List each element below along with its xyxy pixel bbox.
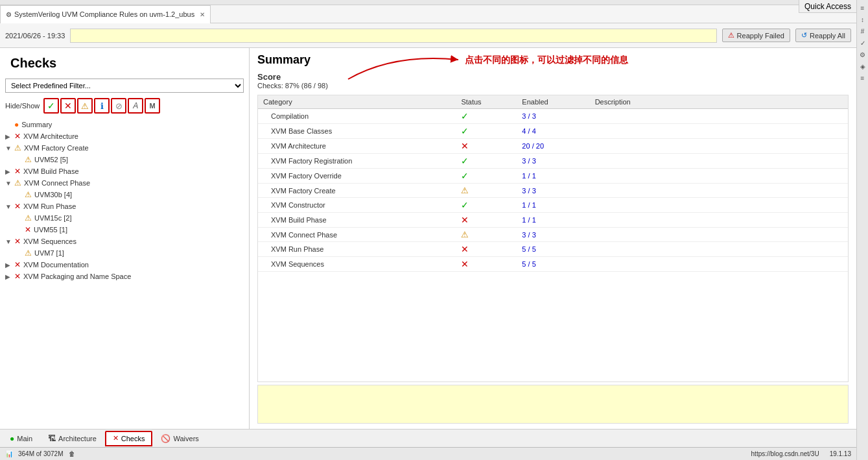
reapply-all-icon: ↺: [801, 31, 807, 40]
sidebar-icon-menu[interactable]: ≡: [858, 73, 868, 83]
cell-enabled: 1 / 1: [517, 198, 589, 213]
table-row[interactable]: Compilation✓3 / 3: [258, 109, 848, 124]
tab-waivers-label: Waivers: [173, 435, 198, 442]
status-icon-sequences: ✕: [14, 237, 21, 246]
tree-label-packaging: XVM Packaging and Name Space: [23, 272, 131, 280]
url-text: https://blog.csdn.net/3U: [751, 450, 819, 457]
bottom-tab-bar: ● Main 🏗 Architecture ✕ Checks 🚫 Waivers: [0, 429, 856, 447]
tab-architecture[interactable]: 🏗 Architecture: [41, 431, 104, 446]
reapply-all-button[interactable]: ↺ Reapply All: [795, 29, 851, 42]
table-row[interactable]: XVM Factory Override✓1 / 1: [258, 169, 848, 184]
tree-label-run: XVM Run Phase: [23, 202, 76, 210]
tree-label-docs: XVM Documentation: [23, 261, 89, 269]
expand-arrow-packaging: ▶: [5, 273, 12, 280]
cell-status: ✕: [456, 139, 517, 154]
tree-item-summary[interactable]: ● Summary: [0, 119, 249, 130]
tree-item-xvm-packaging[interactable]: ▶ ✕ XVM Packaging and Name Space: [0, 271, 249, 282]
status-bar: 📊 364M of 3072M 🗑 https://blog.csdn.net/…: [0, 447, 856, 460]
cell-enabled: 4 / 4: [517, 124, 589, 139]
tree-item-xvm-build[interactable]: ▶ ✕ XVM Build Phase: [0, 165, 249, 177]
cell-category: XVM Factory Create: [258, 184, 456, 198]
tree-item-xvm-factory-create[interactable]: ▼ ⚠ XVM Factory Create: [0, 142, 249, 154]
tree-item-uvm52[interactable]: ⚠ UVM52 [5]: [0, 154, 249, 165]
status-icon-uvm55: ✕: [25, 225, 31, 234]
status-icon-uvm30b: ⚠: [25, 190, 32, 199]
date-label: 2021/06/26 - 19:33: [5, 32, 65, 40]
tab-architecture-label: Architecture: [58, 435, 97, 442]
tab-main[interactable]: ● Main: [3, 431, 40, 446]
table-row[interactable]: XVM Sequences✕5 / 5: [258, 257, 848, 272]
table-row[interactable]: XVM Run Phase✕5 / 5: [258, 242, 848, 257]
table-row[interactable]: XVM Connect Phase⚠3 / 3: [258, 228, 848, 242]
tree-item-uvm15c[interactable]: ⚠ UVM15c [2]: [0, 212, 249, 224]
predefined-filter-select[interactable]: Select Predefined Filter...: [5, 79, 244, 93]
table-row[interactable]: XVM Factory Registration✓3 / 3: [258, 154, 848, 169]
sidebar-icon-hash[interactable]: #: [858, 26, 868, 36]
table-row[interactable]: XVM Factory Create⚠3 / 3: [258, 184, 848, 198]
tree-item-xvm-connect[interactable]: ▼ ⚠ XVM Connect Phase: [0, 177, 249, 189]
cell-enabled: 5 / 5: [517, 257, 589, 272]
tree-item-uvm7[interactable]: ⚠ UVM7 [1]: [0, 247, 249, 259]
tree-item-xvm-documentation[interactable]: ▶ ✕ XVM Documentation: [0, 259, 249, 271]
reapply-failed-button[interactable]: ⚠ Reapply Failed: [722, 29, 790, 42]
memory-text: 364M of 3072M: [18, 450, 64, 457]
tab-waivers[interactable]: 🚫 Waivers: [154, 431, 205, 446]
sidebar-icon-1[interactable]: ≡: [858, 3, 868, 13]
sidebar-icon-diamond[interactable]: ◈: [858, 61, 868, 71]
col-header-category: Category: [258, 95, 456, 109]
memory-indicator: 📊: [5, 450, 13, 457]
status-icon-factory: ⚠: [14, 143, 21, 152]
tree-item-uvm55[interactable]: ✕ UVM55 [1]: [0, 224, 249, 236]
table-row[interactable]: XVM Architecture✕20 / 20: [258, 139, 848, 154]
table-row[interactable]: XVM Base Classes✓4 / 4: [258, 124, 848, 139]
tab-checks[interactable]: ✕ Checks: [105, 431, 153, 446]
filter-a-btn[interactable]: A: [128, 98, 143, 114]
tree-item-uvm30b[interactable]: ⚠ UVM30b [4]: [0, 189, 249, 200]
tab-main-label: Main: [17, 435, 32, 442]
table-row[interactable]: XVM Constructor✓1 / 1: [258, 198, 848, 213]
cell-status: ✓: [456, 124, 517, 139]
quick-access-area: Quick Access: [799, 0, 856, 13]
sidebar-icon-2[interactable]: ↕: [858, 14, 868, 25]
status-icon-run: ✕: [14, 202, 21, 211]
expand-arrow-docs: ▶: [5, 261, 12, 269]
cell-category: XVM Build Phase: [258, 213, 456, 228]
cell-description: [590, 139, 848, 154]
status-icon-docs: ✕: [14, 260, 21, 269]
cell-description: [590, 213, 848, 228]
filter-warning-btn[interactable]: ⚠: [77, 98, 93, 114]
sidebar-icon-check[interactable]: ✓: [858, 38, 868, 48]
col-header-enabled: Enabled: [517, 95, 589, 109]
status-icon-arch: ✕: [14, 132, 21, 141]
cell-description: [590, 242, 848, 257]
filter-green-check-btn[interactable]: ✓: [43, 98, 59, 114]
tab-bar: ⚙ SystemVerilog UVM Compliance Rules on …: [0, 5, 856, 23]
cell-category: XVM Sequences: [258, 257, 456, 272]
tab-close-btn[interactable]: ✕: [200, 11, 205, 18]
annotation-text: 点击不同的图标，可以过滤掉不同的信息: [465, 54, 628, 66]
filter-m-btn[interactable]: M: [145, 98, 160, 114]
filter-circle-btn[interactable]: ⊘: [111, 98, 126, 114]
cell-enabled: 20 / 20: [517, 139, 589, 154]
trash-icon[interactable]: 🗑: [69, 450, 75, 457]
tree-label-connect: XVM Connect Phase: [24, 179, 90, 187]
status-icon-uvm7: ⚠: [25, 248, 32, 258]
cell-category: XVM Architecture: [258, 139, 456, 154]
cell-status: ⚠: [456, 228, 517, 242]
cell-status: ✕: [456, 242, 517, 257]
tree-item-xvm-sequences[interactable]: ▼ ✕ XVM Sequences: [0, 236, 249, 247]
left-panel: Checks Select Predefined Filter... Hide/…: [0, 48, 250, 429]
expand-arrow-sequences: ▼: [5, 238, 12, 245]
tree-item-xvm-architecture[interactable]: ▶ ✕ XVM Architecture: [0, 130, 249, 142]
tree-label-factory: XVM Factory Create: [24, 144, 89, 152]
sidebar-icon-gear[interactable]: ⚙: [858, 49, 868, 60]
cell-category: XVM Constructor: [258, 198, 456, 213]
cell-description: [590, 228, 848, 242]
filter-red-x-btn[interactable]: ✕: [60, 98, 76, 114]
table-row[interactable]: XVM Build Phase✕1 / 1: [258, 213, 848, 228]
filter-info-btn[interactable]: ℹ: [94, 98, 110, 114]
main-tab[interactable]: ⚙ SystemVerilog UVM Compliance Rules on …: [0, 5, 211, 23]
tree-item-xvm-run[interactable]: ▼ ✕ XVM Run Phase: [0, 200, 249, 212]
action-toolbar: 2021/06/26 - 19:33 ⚠ Reapply Failed ↺ Re…: [0, 23, 856, 48]
tree-label-sequences: XVM Sequences: [23, 237, 76, 245]
